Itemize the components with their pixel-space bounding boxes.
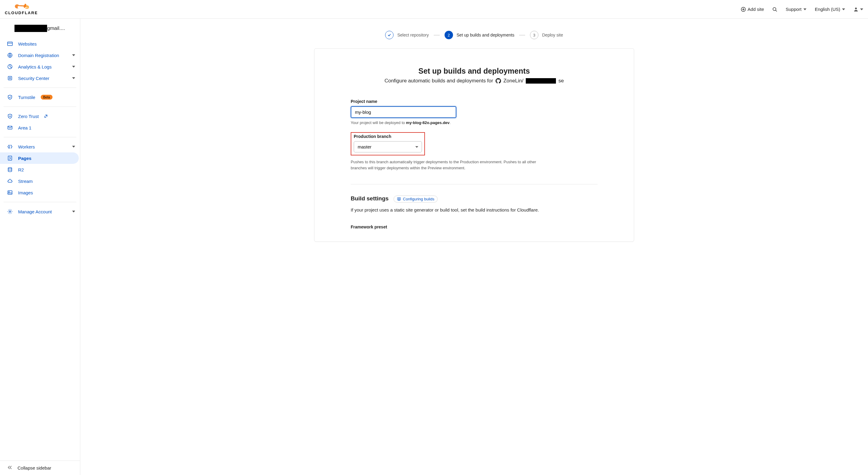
envelope-icon	[7, 125, 13, 130]
svg-rect-6	[8, 76, 12, 80]
search-button[interactable]	[772, 7, 777, 12]
sidebar-item-security-center[interactable]: Security Center	[0, 72, 80, 84]
divider	[351, 184, 597, 184]
support-dropdown[interactable]: Support	[785, 7, 806, 12]
cloudflare-logo[interactable]: CLOUDFLARE	[5, 3, 38, 15]
svg-point-10	[8, 167, 12, 169]
step-2: 2 Set up builds and deployments	[444, 31, 514, 39]
add-site-label: Add site	[748, 7, 764, 12]
check-shield-icon	[7, 94, 13, 100]
user-menu[interactable]	[854, 7, 863, 12]
arrow-in-icon	[7, 114, 13, 119]
sidebar-item-zero-trust[interactable]: Zero Trust	[0, 110, 80, 122]
external-link-icon	[44, 115, 48, 118]
sidebar-item-label: Websites	[18, 41, 36, 46]
github-icon	[496, 78, 501, 84]
configuring-builds-label: Configuring builds	[403, 197, 434, 201]
account-suffix: gmail....	[47, 25, 65, 31]
configuring-builds-link[interactable]: Configuring builds	[394, 195, 438, 202]
pages-icon	[7, 155, 13, 161]
repo-suffix: se	[558, 78, 564, 84]
divider	[4, 202, 76, 202]
sidebar-item-images[interactable]: Images	[0, 187, 80, 198]
sidebar-item-label: Security Center	[18, 76, 49, 81]
sidebar-item-manage-account[interactable]: Manage Account	[0, 206, 80, 217]
sidebar-item-label: Domain Registration	[18, 53, 59, 58]
collapse-sidebar-button[interactable]: Collapse sidebar	[0, 461, 80, 475]
chevron-down-icon	[72, 146, 75, 148]
gear-icon	[7, 209, 13, 214]
language-label: English (US)	[815, 7, 840, 12]
sidebar-item-label: R2	[18, 167, 24, 172]
account-redacted	[14, 25, 47, 32]
divider	[4, 137, 76, 137]
page-subtitle: Configure automatic builds and deploymen…	[351, 78, 597, 84]
svg-rect-8	[8, 126, 12, 129]
logo-text: CLOUDFLARE	[5, 10, 38, 15]
plus-circle-icon	[741, 7, 746, 12]
svg-point-12	[9, 192, 10, 193]
language-dropdown[interactable]: English (US)	[815, 7, 845, 12]
framework-preset-label: Framework preset	[351, 224, 597, 229]
step-number: 3	[530, 31, 538, 39]
sidebar-item-turnstile[interactable]: Turnstile Beta	[0, 91, 80, 103]
shield-icon	[7, 75, 13, 81]
main-content: Select repository 2 Set up builds and de…	[80, 19, 868, 475]
sidebar-item-stream[interactable]: Stream	[0, 175, 80, 187]
sidebar: gmail.... Websites Domain Registration A…	[0, 19, 80, 475]
book-icon	[397, 197, 401, 201]
browser-icon	[7, 41, 13, 46]
svg-rect-11	[8, 191, 12, 194]
svg-rect-3	[7, 42, 12, 45]
page-title: Set up builds and deployments	[351, 67, 597, 75]
sidebar-item-r2[interactable]: R2	[0, 164, 80, 175]
production-branch-select[interactable]: master	[354, 141, 422, 152]
divider	[4, 106, 76, 107]
production-branch-help: Pushes to this branch automatically trig…	[351, 159, 541, 171]
chevron-down-icon	[72, 66, 75, 68]
collapse-label: Collapse sidebar	[18, 465, 51, 471]
svg-point-1	[773, 7, 776, 10]
step-label: Deploy site	[542, 33, 563, 37]
chevron-down-icon	[842, 8, 845, 10]
sidebar-item-label: Area 1	[18, 125, 31, 130]
sidebar-item-workers[interactable]: Workers	[0, 141, 80, 152]
search-icon	[772, 7, 777, 12]
chevron-down-icon	[860, 8, 863, 10]
svg-point-7	[9, 77, 11, 79]
header-actions: Add site Support English (US)	[741, 7, 863, 12]
sidebar-item-area1[interactable]: Area 1	[0, 122, 80, 133]
sidebar-item-label: Manage Account	[18, 209, 52, 214]
svg-rect-9	[8, 156, 12, 160]
step-1[interactable]: Select repository	[385, 31, 429, 39]
cloud-icon	[14, 3, 29, 10]
cloud-icon	[7, 178, 13, 184]
database-icon	[7, 167, 13, 172]
production-branch-highlight: Production branch master	[351, 132, 425, 155]
workers-icon	[7, 144, 13, 149]
beta-badge: Beta	[41, 95, 53, 100]
sidebar-item-websites[interactable]: Websites	[0, 38, 80, 50]
sidebar-item-label: Analytics & Logs	[18, 64, 52, 69]
chevron-down-icon	[803, 8, 806, 10]
sidebar-item-domain-registration[interactable]: Domain Registration	[0, 50, 80, 61]
subtitle-text: Configure automatic builds and deploymen…	[384, 78, 493, 84]
project-name-label: Project name	[351, 99, 597, 104]
header: CLOUDFLARE Add site Support English (US)	[0, 0, 868, 19]
repo-redacted	[526, 78, 556, 84]
setup-card: Set up builds and deployments Configure …	[314, 48, 634, 242]
globe-icon	[7, 53, 13, 58]
sidebar-item-label: Stream	[18, 179, 33, 184]
svg-point-2	[855, 7, 857, 9]
sidebar-item-pages[interactable]: Pages	[0, 152, 79, 164]
production-branch-label: Production branch	[354, 134, 422, 139]
collapse-icon	[7, 465, 12, 471]
sidebar-item-analytics[interactable]: Analytics & Logs	[0, 61, 80, 72]
chevron-down-icon	[72, 54, 75, 56]
stepper: Select repository 2 Set up builds and de…	[80, 19, 868, 48]
sidebar-item-label: Pages	[18, 156, 31, 161]
project-name-input[interactable]	[351, 106, 456, 118]
step-number: 2	[444, 31, 453, 39]
add-site-button[interactable]: Add site	[741, 7, 764, 12]
account-selector[interactable]: gmail....	[0, 19, 80, 37]
